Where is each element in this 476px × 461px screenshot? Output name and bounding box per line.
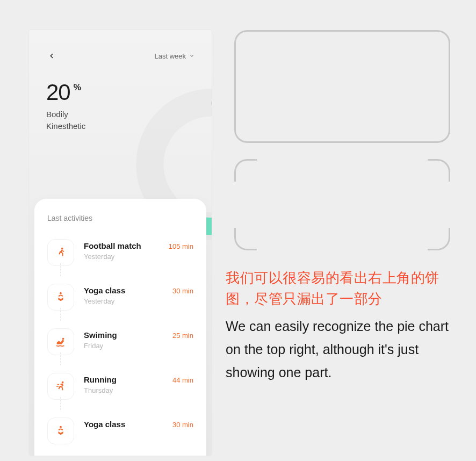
metric-number: 20 xyxy=(46,80,70,105)
activity-when: Thursday xyxy=(84,386,163,394)
chevron-down-icon xyxy=(189,53,194,59)
period-dropdown[interactable]: Last week xyxy=(154,52,194,60)
activity-name: Yoga class xyxy=(84,420,163,429)
activity-text: SwimingFriday xyxy=(84,328,163,350)
activity-text: Yoga class xyxy=(84,417,163,431)
activities-list: Football matchYesterday105 minYoga class… xyxy=(47,233,193,456)
activity-duration: 30 min xyxy=(172,417,193,429)
activity-when: Yesterday xyxy=(84,297,163,305)
svg-point-11 xyxy=(60,426,62,428)
yoga-icon xyxy=(47,417,74,444)
metric-block: 20 % Bodily Kinesthetic xyxy=(46,80,85,132)
activity-row[interactable]: SwimingFriday25 min xyxy=(47,322,193,367)
metric-label-line2: Kinesthetic xyxy=(46,121,85,131)
back-button[interactable] xyxy=(46,51,57,61)
svg-point-10 xyxy=(62,381,64,384)
caption-block: 我们可以很容易的看出右上角的饼图，尽管只漏出了一部分 We can easily… xyxy=(226,268,457,384)
activity-text: Football matchYesterday xyxy=(84,239,159,261)
svg-point-9 xyxy=(62,338,64,340)
svg-point-8 xyxy=(60,292,62,294)
placeholder-panel-2 xyxy=(234,159,450,250)
activity-name: Running xyxy=(84,375,163,384)
activity-duration: 105 min xyxy=(169,239,193,250)
metric-label: Bodily Kinesthetic xyxy=(46,109,85,132)
activity-duration: 25 min xyxy=(172,328,193,340)
caption-chinese: 我们可以很容易的看出右上角的饼图，尽管只漏出了一部分 xyxy=(226,268,457,309)
activity-text: RunningThursday xyxy=(84,373,163,394)
activity-row[interactable]: RunningThursday44 min xyxy=(47,367,193,412)
activity-duration: 44 min xyxy=(172,373,193,384)
yoga-icon xyxy=(47,284,74,311)
sprint-icon xyxy=(47,373,74,400)
placeholder-panel-1 xyxy=(234,30,450,143)
activities-card: Last activities Football matchYesterday1… xyxy=(34,199,206,456)
metric-unit: % xyxy=(74,83,81,92)
activity-when: Friday xyxy=(84,342,163,350)
activity-duration: 30 min xyxy=(172,284,193,295)
activity-row[interactable]: Football matchYesterday105 min xyxy=(47,233,193,278)
metric-label-line1: Bodily xyxy=(46,110,68,119)
activity-row[interactable]: Yoga classYesterday30 min xyxy=(47,278,193,322)
activity-name: Yoga class xyxy=(84,286,163,295)
running-icon xyxy=(47,239,74,266)
activities-title: Last activities xyxy=(47,214,193,222)
svg-point-7 xyxy=(61,248,63,250)
swimming-icon xyxy=(47,328,74,355)
chevron-left-icon xyxy=(48,52,55,60)
activity-row[interactable]: Yoga class30 min xyxy=(47,412,193,456)
phone-screen: Last week 20 % Bodily Kinesthetic xyxy=(29,30,212,456)
phone-header: Last week xyxy=(29,30,212,61)
period-label: Last week xyxy=(154,52,186,60)
metric-value: 20 % xyxy=(46,80,85,105)
caption-english: We can easily recognize the pie chart on… xyxy=(226,315,457,384)
activity-text: Yoga classYesterday xyxy=(84,284,163,305)
activity-when: Yesterday xyxy=(84,253,159,261)
activity-name: Swiming xyxy=(84,330,163,340)
activity-name: Football match xyxy=(84,241,159,250)
